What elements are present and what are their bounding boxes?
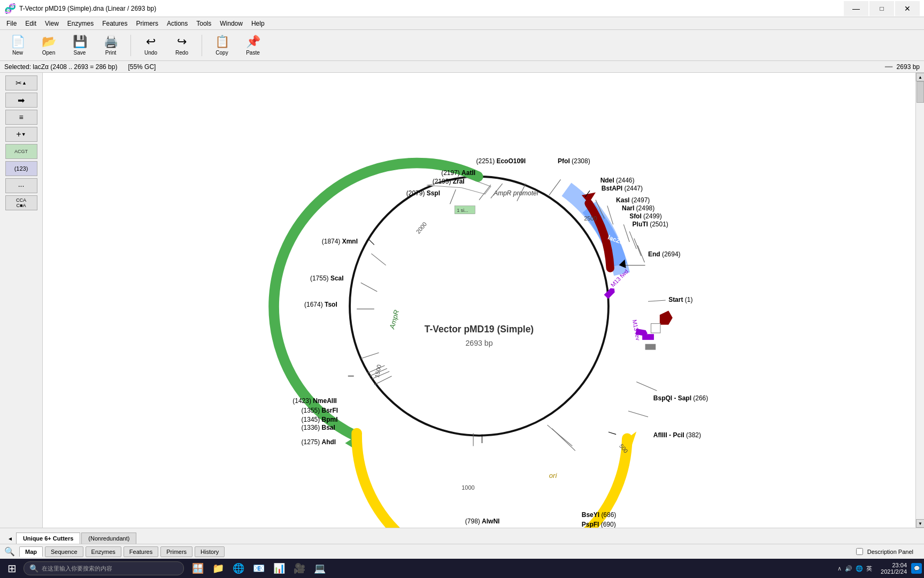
paste-button[interactable]: 📌 Paste [240, 32, 266, 59]
menu-item-enzymes[interactable]: Enzymes [63, 19, 98, 28]
menu-item-edit[interactable]: Edit [21, 19, 41, 28]
menu-item-tools[interactable]: Tools [192, 19, 215, 28]
undo-icon: ↩ [146, 35, 156, 49]
start-button[interactable]: ⊞ [2, 560, 21, 577]
acgt-button[interactable]: ACGT [5, 144, 37, 159]
undo-button[interactable]: ↩ Undo [137, 32, 164, 59]
svg-text:ori: ori [549, 471, 558, 480]
taskbar-powerpoint-icon[interactable]: 📊 [270, 560, 289, 577]
taskbar-search[interactable]: 🔍 在这里输入你要搜索的内容 [24, 561, 184, 575]
svg-text:(1345)  BpmI: (1345) BpmI [302, 416, 338, 423]
new-button[interactable]: 📄 New [4, 32, 31, 59]
select-tool-button[interactable]: ✂▲ [5, 75, 37, 90]
tab-features[interactable]: Features [124, 546, 158, 557]
tab-history[interactable]: History [195, 546, 225, 557]
redo-icon: ↪ [177, 35, 187, 49]
taskbar-camera-icon[interactable]: 🎥 [290, 560, 309, 577]
taskbar-code-icon[interactable]: 💻 [310, 560, 329, 577]
new-icon: 📄 [11, 35, 25, 49]
taskbar-system-tray: ∧ 🔊 🌐 英 [833, 565, 876, 573]
taskbar-windows-icon[interactable]: 🪟 [188, 560, 207, 577]
notification-badge[interactable]: 💬 [911, 563, 922, 574]
tray-expand-icon[interactable]: ∧ [837, 565, 842, 572]
left-toolbar: ✂▲ ➡ ≡ +▼ ACGT (123) ··· CCAC■A [0, 73, 43, 528]
redo-button[interactable]: ↪ Redo [168, 32, 195, 59]
close-button[interactable]: ✕ [895, 1, 920, 16]
bottom-tabs-bar: ◄ Unique 6+ Cutters (Nonredundant) [0, 528, 924, 544]
open-button[interactable]: 📂 Open [35, 32, 62, 59]
menu-item-help[interactable]: Help [247, 19, 269, 28]
menu-item-primers[interactable]: Primers [132, 19, 163, 28]
svg-text:KasI  (2497): KasI (2497) [616, 196, 650, 204]
taskbar-mail-icon[interactable]: 📧 [249, 560, 268, 577]
toolbar: 📄 New 📂 Open 💾 Save 🖨️ Print ↩ Undo ↪ Re… [0, 30, 924, 61]
svg-text:BseYI  (686): BseYI (686) [582, 511, 617, 519]
svg-text:(1275)  AhdI: (1275) AhdI [302, 438, 336, 446]
taskbar-clock[interactable]: 23:04 2021/2/24 [881, 562, 907, 575]
window-controls: — □ ✕ [844, 1, 920, 16]
description-panel-checkbox[interactable] [856, 548, 863, 555]
canvas-area[interactable]: AmpR promoter AmpR ori lacZα [43, 73, 915, 528]
copy-button[interactable]: 📋 Copy [209, 32, 235, 59]
scroll-thumb[interactable] [917, 81, 924, 103]
description-panel-toggle[interactable]: Description Panel [856, 548, 913, 555]
window-title: T-Vector pMD19 (Simple).dna (Linear / 26… [19, 5, 844, 12]
scroll-down-button[interactable]: ▼ [916, 519, 924, 528]
map-svg: AmpR promoter AmpR ori lacZα [43, 73, 915, 528]
taskbar-chrome-icon[interactable]: 🌐 [229, 560, 248, 577]
svg-text:End  (2694): End (2694) [648, 250, 681, 258]
svg-text:(1755)  ScaI: (1755) ScaI [310, 275, 344, 282]
tab-primers[interactable]: Primers [160, 546, 192, 557]
dots-button[interactable]: ··· [5, 178, 37, 193]
svg-text:NdeI  (2446): NdeI (2446) [600, 177, 635, 184]
scroll-track[interactable] [916, 81, 924, 519]
navigate-button[interactable]: ➡ [5, 93, 37, 108]
print-button[interactable]: 🖨️ Print [97, 32, 124, 59]
menu-item-features[interactable]: Features [98, 19, 132, 28]
menu-item-actions[interactable]: Actions [163, 19, 192, 28]
undo-label: Undo [144, 50, 157, 56]
selection-info: Selected: lacZα (2408 .. 2693 = 286 bp) [4, 63, 117, 71]
taskbar-explorer-icon[interactable]: 📁 [209, 560, 228, 577]
tab-sequence[interactable]: Sequence [45, 546, 83, 557]
tray-sound-icon[interactable]: 🔊 [845, 565, 852, 572]
menu-item-window[interactable]: Window [215, 19, 247, 28]
svg-text:2693 bp: 2693 bp [465, 339, 492, 347]
svg-rect-13 [651, 324, 660, 333]
open-icon: 📂 [42, 35, 56, 49]
sequence-view-button[interactable]: ≡ [5, 110, 37, 125]
zoom-button[interactable]: +▼ [5, 127, 37, 142]
search-icon: 🔍 [4, 546, 15, 557]
taskbar-right: ∧ 🔊 🌐 英 23:04 2021/2/24 💬 [833, 562, 922, 575]
maximize-button[interactable]: □ [869, 1, 894, 16]
lac-operator-feature [642, 334, 654, 340]
copy-label: Copy [215, 50, 228, 56]
svg-text:Start  (1): Start (1) [668, 296, 692, 303]
svg-text:(1423)  NmeAIII: (1423) NmeAIII [292, 397, 337, 405]
save-label: Save [74, 50, 86, 56]
tab-map[interactable]: Map [19, 546, 43, 557]
unique-6plus-tab[interactable]: Unique 6+ Cutters [16, 533, 80, 544]
minimize-button[interactable]: — [844, 1, 868, 16]
tab-scroll-left[interactable]: ◄ [4, 534, 16, 544]
tab-enzymes[interactable]: Enzymes [86, 546, 121, 557]
svg-text:PspFI  (690): PspFI (690) [582, 521, 616, 528]
menu-item-view[interactable]: View [41, 19, 63, 28]
taskbar: ⊞ 🔍 在这里输入你要搜索的内容 🪟 📁 🌐 📧 📊 🎥 💻 ∧ 🔊 🌐 英 2… [0, 559, 924, 578]
numbering-button[interactable]: (123) [5, 161, 37, 176]
svg-text:BstAPI  (2447): BstAPI (2447) [602, 185, 643, 192]
tray-network-icon[interactable]: 🌐 [856, 565, 863, 572]
menu-item-file[interactable]: File [2, 19, 21, 28]
new-label: New [12, 50, 23, 56]
copy-icon: 📋 [215, 35, 229, 49]
tray-language-icon[interactable]: 英 [866, 565, 872, 573]
color-button[interactable]: CCAC■A [5, 195, 37, 210]
svg-text:(2195)  ZraI: (2195) ZraI [433, 178, 465, 185]
save-button[interactable]: 💾 Save [66, 32, 93, 59]
svg-text:(1336)  BsaI: (1336) BsaI [302, 424, 335, 431]
scroll-up-button[interactable]: ▲ [916, 73, 924, 81]
svg-text:(2251)  EcoO109I: (2251) EcoO109I [476, 157, 526, 165]
svg-text:NarI  (2498): NarI (2498) [622, 204, 654, 212]
svg-text:PfoI  (2308): PfoI (2308) [558, 157, 590, 165]
nonredundant-tab[interactable]: (Nonredundant) [81, 533, 136, 544]
